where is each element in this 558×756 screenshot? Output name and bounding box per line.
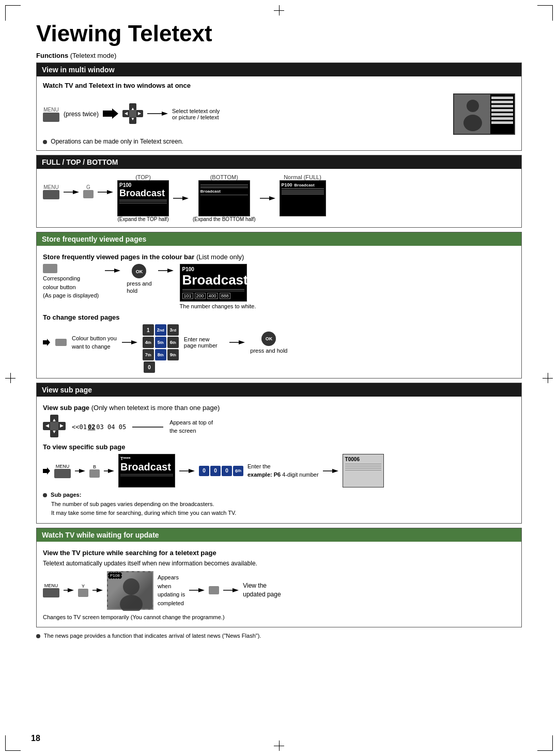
top-screen: P100 Broadcast bbox=[117, 180, 169, 216]
person-svg bbox=[108, 572, 154, 611]
watch-tv-flow: MENU Y P108 bbox=[43, 571, 515, 610]
broadcast-top: Broadcast bbox=[119, 188, 167, 199]
watch-tv-menu-btn[interactable] bbox=[43, 588, 59, 597]
sub-page-line-group bbox=[132, 427, 163, 428]
press-hold-label: press and hold bbox=[127, 280, 151, 295]
svg-marker-46 bbox=[108, 469, 114, 473]
sub-pages-notes: Sub pages: The number of sub pages varie… bbox=[43, 491, 515, 518]
svg-text:▲: ▲ bbox=[131, 106, 135, 111]
store-arrow2 bbox=[158, 267, 174, 276]
watch-tv-auto-note: Teletext automatically updates itself wh… bbox=[43, 560, 515, 567]
ftb-menu-btn[interactable] bbox=[43, 190, 59, 199]
colour-button[interactable] bbox=[43, 264, 57, 273]
ftb-arrow4 bbox=[260, 195, 275, 203]
svg-marker-42 bbox=[43, 467, 50, 475]
broadcast-bottom-sm: Broadcast bbox=[200, 189, 248, 194]
page-number: 18 bbox=[31, 734, 40, 743]
bullet-1 bbox=[43, 140, 47, 144]
colour-btn-change[interactable] bbox=[55, 339, 67, 346]
section-store-pages: Store frequently viewed pages Store freq… bbox=[36, 232, 522, 379]
store-pages-content: Store frequently viewed pages in the col… bbox=[37, 246, 521, 378]
svg-point-14 bbox=[463, 115, 482, 131]
bottom-screen: Broadcast bbox=[198, 180, 250, 216]
arrow-change-3 bbox=[229, 339, 245, 346]
ok-hold-group: OK press and hold bbox=[250, 332, 287, 354]
b-button[interactable] bbox=[89, 469, 100, 478]
num-9: 9th bbox=[167, 349, 179, 360]
appears-note: Appears at top of the screen bbox=[169, 419, 213, 435]
num-5: 5th bbox=[155, 337, 166, 348]
y-btn-group1: Y bbox=[78, 584, 88, 597]
num-3: 3rd bbox=[167, 324, 179, 336]
svg-marker-54 bbox=[97, 588, 103, 592]
y-button-1[interactable] bbox=[78, 589, 88, 597]
change-white-note: The number changes to white. bbox=[180, 303, 256, 309]
y-btn-group2 bbox=[209, 586, 219, 594]
news-flash-note: The news page provides a function that i… bbox=[36, 632, 522, 641]
svg-text:▲: ▲ bbox=[52, 417, 57, 422]
colour-btn-change-desc: Colour button you want to change bbox=[72, 334, 117, 351]
broadcast-main-screen: P100 Broadcast 101 200 400 888 bbox=[180, 264, 247, 302]
select-note: Select teletext only or picture / telete… bbox=[172, 108, 220, 120]
arrow-1 bbox=[103, 108, 118, 120]
colour-bar: 101 200 400 888 bbox=[182, 293, 244, 299]
svg-marker-58 bbox=[198, 588, 205, 592]
multi-window-flow: MENU (press twice) bbox=[43, 93, 515, 135]
store-arrow1 bbox=[105, 267, 120, 276]
to-view-arrow bbox=[43, 467, 50, 475]
svg-text:▼: ▼ bbox=[131, 117, 135, 121]
to-view-flow: MENU B T**** Broadcast bbox=[43, 454, 515, 487]
change-pages-flow: Colour button you want to change 1 2nd 3… bbox=[43, 324, 515, 360]
menu-btn-group: MENU bbox=[43, 107, 59, 122]
watch-tv-arrow3 bbox=[189, 587, 205, 593]
section-header-watch-tv: Watch TV while waiting for update bbox=[37, 528, 521, 542]
num-0: 0 bbox=[144, 361, 155, 373]
section-multi-window: View in multi window Watch TV and Telete… bbox=[36, 62, 522, 151]
p108-image: P108 bbox=[107, 571, 153, 610]
dpad-button[interactable]: ▲ ▼ ◀ ▶ bbox=[122, 103, 143, 125]
svg-marker-60 bbox=[233, 588, 239, 592]
dpad-sub-page[interactable]: ▲ ▼ ◀ ▶ bbox=[43, 415, 66, 439]
changes-note: Changes to TV screen temporarily (You ca… bbox=[43, 613, 515, 622]
y-button-2[interactable] bbox=[209, 586, 219, 594]
watch-tv-content: View the TV picture while searching for … bbox=[37, 542, 521, 627]
bullet-news bbox=[36, 634, 40, 638]
enter-new-label: Enter new page number bbox=[184, 336, 218, 349]
to-view-arrow4 bbox=[179, 468, 195, 474]
ok-hold-button[interactable]: OK bbox=[261, 332, 276, 346]
g-button[interactable] bbox=[83, 190, 94, 198]
section-view-sub-page: View sub page View sub page (Only when t… bbox=[36, 383, 522, 524]
section-header-multi-window: View in multi window bbox=[37, 63, 521, 76]
svg-text:▶: ▶ bbox=[138, 111, 142, 116]
num-6: 6th bbox=[167, 337, 179, 348]
svg-marker-22 bbox=[269, 196, 275, 200]
tv-left-panel bbox=[454, 94, 490, 134]
ftb-arrow2 bbox=[98, 188, 113, 197]
num-2: 2nd bbox=[155, 324, 166, 336]
arrow-icon-change bbox=[43, 339, 50, 346]
svg-text:◀: ◀ bbox=[125, 111, 128, 116]
to-view-arrow2 bbox=[75, 468, 85, 474]
b-btn-group: B bbox=[89, 464, 100, 478]
sub-page-numbers: <<01 02 03 04 05 bbox=[72, 423, 126, 431]
watch-tv-arrow2 bbox=[92, 587, 103, 593]
colour-desc: Corresponding colour button (As page is … bbox=[43, 274, 99, 300]
menu-button[interactable] bbox=[43, 113, 59, 122]
section-header-ftb: FULL / TOP / BOTTOM bbox=[37, 155, 521, 169]
num-1: 1 bbox=[143, 324, 154, 336]
full-screen-group: Normal (FULL) P100 Broadcast bbox=[280, 174, 326, 216]
zero-btn-row: 0 bbox=[144, 361, 515, 373]
view-updated-label: View the updated page bbox=[243, 581, 281, 599]
arrow-2 bbox=[147, 110, 168, 119]
svg-rect-5 bbox=[129, 110, 136, 117]
t-broadcast-screen: T**** Broadcast bbox=[118, 454, 175, 487]
to-view-menu-btn[interactable] bbox=[54, 469, 71, 478]
number-grid: 1 2nd 3rd 4th 5th 6th 7th 8th 9th bbox=[143, 324, 179, 360]
ok-button[interactable]: OK bbox=[132, 264, 146, 278]
to-view-menu-group: MENU bbox=[54, 464, 71, 478]
svg-marker-52 bbox=[68, 588, 74, 592]
broadcast-screen-group: P100 Broadcast 101 200 400 888 The nu bbox=[180, 264, 256, 309]
ok-btn-group: OK press and hold bbox=[127, 264, 151, 295]
section-header-store: Store frequently viewed pages bbox=[37, 232, 521, 246]
to-view-arrow3 bbox=[104, 468, 114, 474]
